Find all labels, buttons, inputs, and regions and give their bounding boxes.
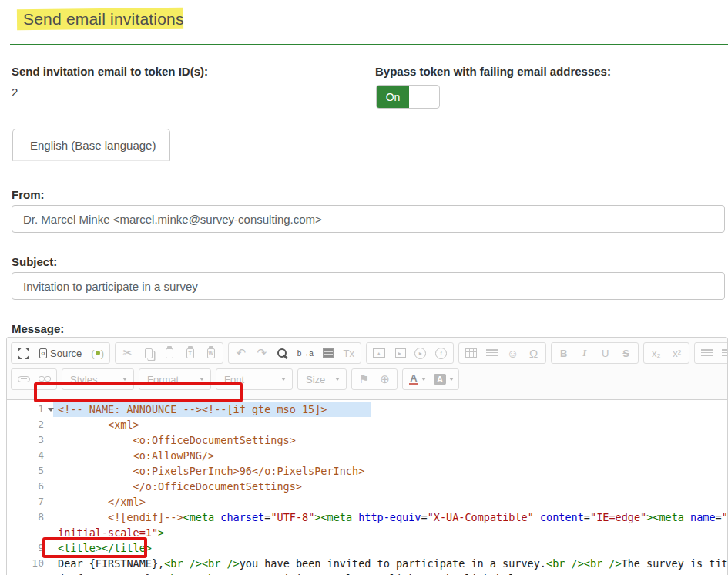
size-dropdown-label: Size xyxy=(306,374,325,385)
broken-chain-glyph xyxy=(39,376,51,382)
italic-button[interactable]: I xyxy=(574,344,595,362)
source-code-area[interactable]: 1<!-- NAME: ANNOUNCE --><!--[if gte mso … xyxy=(7,400,727,575)
font-dropdown[interactable]: Font xyxy=(216,368,293,390)
redo-icon[interactable]: ↷ xyxy=(251,344,272,362)
smiley-icon[interactable]: ☺ xyxy=(502,344,523,362)
editor-toolbar: ‹›Source()✂TW↶↷b→aTx▲▸▸f☺ΩBIUSx₂x² Style… xyxy=(7,338,727,400)
chain-glyph xyxy=(18,376,30,382)
find-icon[interactable] xyxy=(272,344,293,362)
table-icon[interactable] xyxy=(461,344,481,362)
paste-word-icon[interactable]: W xyxy=(200,344,221,362)
film-glyph: ▸ xyxy=(394,348,406,358)
toggle-on-segment[interactable]: On xyxy=(377,86,409,108)
message-label: Message: xyxy=(12,322,64,335)
styles-dropdown[interactable]: Styles xyxy=(62,368,134,390)
caret-down-icon xyxy=(449,378,454,381)
line-number: 8 xyxy=(7,509,44,525)
language-icon[interactable]: ⊕ xyxy=(374,370,395,388)
image-glyph: ▲ xyxy=(373,348,385,358)
code-line[interactable]: 3 <o:OfficeDocumentSettings> xyxy=(7,432,727,448)
flash-icon[interactable]: ▸ xyxy=(389,344,410,362)
strike-button[interactable]: S xyxy=(616,344,636,362)
code-line[interactable]: 5 <o:PixelsPerInch>96</o:PixelsPerInch> xyxy=(7,463,727,479)
line-number: 10 xyxy=(7,556,44,571)
code-line[interactable]: 4 <o:AllowPNG/> xyxy=(7,448,727,463)
caret-down-icon xyxy=(335,378,340,381)
superscript-button[interactable]: x² xyxy=(666,344,687,362)
copy-icon[interactable] xyxy=(138,344,159,362)
embed-media-icon[interactable]: ▸ xyxy=(410,344,431,362)
paste-word-icon-glyph: W xyxy=(207,348,215,358)
from-input[interactable] xyxy=(12,205,725,233)
horizontal-rule-icon[interactable] xyxy=(481,344,502,362)
line-number: 3 xyxy=(7,432,44,448)
table-glyph xyxy=(465,348,477,358)
format-dropdown-label: Format xyxy=(147,374,179,385)
link-icon[interactable] xyxy=(13,370,34,388)
toolbar-group xyxy=(694,342,728,364)
toolbar-group: ↶↷b→aTx xyxy=(228,342,361,364)
tab-label: English (Base language) xyxy=(30,139,156,152)
toolbar-group: ▲▸▸f xyxy=(366,342,454,364)
tab-english-base-language[interactable]: English (Base language) xyxy=(12,129,170,161)
bulleted-list-icon[interactable] xyxy=(717,344,728,362)
code-text: <xml> xyxy=(58,417,139,432)
maximize-icon[interactable] xyxy=(13,344,34,362)
code-line[interactable]: 10Dear {FIRSTNAME},<br /><br />you have … xyxy=(7,556,727,571)
image-icon[interactable]: ▲ xyxy=(368,344,389,362)
code-text: d "{SURVEYNAME}".<br /><br />To particip… xyxy=(58,571,534,575)
source-button[interactable]: ‹›Source xyxy=(34,344,87,362)
iframe-icon[interactable]: f xyxy=(431,344,451,362)
subject-input[interactable] xyxy=(12,272,725,300)
paste-icon[interactable] xyxy=(159,344,179,362)
code-line[interactable]: 9<title></title> xyxy=(7,540,727,556)
toolbar-group: x₂x² xyxy=(643,342,689,364)
header-divider xyxy=(10,44,728,45)
code-line[interactable]: 1<!-- NAME: ANNOUNCE --><!--[if gte mso … xyxy=(7,402,727,417)
special-char-icon[interactable]: Ω xyxy=(523,344,544,362)
code-text: initial-scale=1"> xyxy=(58,525,164,540)
token-ids-label: Send invitation email to token ID(s): xyxy=(12,65,208,78)
source-page-icon: ‹› xyxy=(39,348,47,358)
remove-format-icon[interactable]: Tx xyxy=(338,344,359,362)
size-dropdown[interactable]: Size xyxy=(297,368,347,390)
line-number: 9 xyxy=(7,540,44,556)
select-all-icon[interactable] xyxy=(317,344,338,362)
code-text: <o:PixelsPerInch>96</o:PixelsPerInch> xyxy=(58,463,364,479)
templates-icon[interactable]: () xyxy=(87,344,108,362)
code-line[interactable]: 8 <![endif]--><meta charset="UTF-8"><met… xyxy=(7,509,727,525)
circle-glyph: ▸ xyxy=(414,348,426,359)
format-dropdown[interactable]: Format xyxy=(139,368,211,390)
flag-icon[interactable]: ⚑ xyxy=(354,370,374,388)
toolbar-group: ☺Ω xyxy=(458,342,546,364)
bg-color-button[interactable]: A xyxy=(431,370,457,388)
toolbar-group: ⚑⊕ xyxy=(351,368,398,390)
paste-text-icon[interactable]: T xyxy=(179,344,200,362)
text-color-button[interactable]: A xyxy=(404,370,431,388)
bypass-toggle[interactable]: On xyxy=(376,85,440,109)
code-line[interactable]: initial-scale=1"> xyxy=(7,525,727,540)
bold-button[interactable]: B xyxy=(553,344,574,362)
bypass-label: Bypass token with failing email addresse… xyxy=(375,65,611,78)
code-line[interactable]: d "{SURVEYNAME}".<br /><br />To particip… xyxy=(7,571,727,575)
message-editor: ‹›Source()✂TW↶↷b→aTx▲▸▸f☺ΩBIUSx₂x² Style… xyxy=(6,337,728,575)
line-number: 7 xyxy=(7,494,44,509)
replace-icon[interactable]: b→a xyxy=(293,344,317,362)
underline-button[interactable]: U xyxy=(595,344,616,362)
lines-glyph xyxy=(486,349,498,358)
line-number: 2 xyxy=(7,417,44,432)
fold-arrow-icon[interactable] xyxy=(48,408,54,412)
code-line[interactable]: 2 <xml> xyxy=(7,417,727,432)
undo-icon[interactable]: ↶ xyxy=(230,344,251,362)
numbered-list-icon[interactable] xyxy=(696,344,717,362)
select-all-glyph xyxy=(323,348,334,358)
code-line[interactable]: 6 </o:OfficeDocumentSettings> xyxy=(7,479,727,494)
subscript-button[interactable]: x₂ xyxy=(646,344,666,362)
copy-icon-glyph xyxy=(145,348,153,358)
unlink-icon[interactable] xyxy=(34,370,55,388)
code-text: <![endif]--><meta charset="UTF-8"><meta … xyxy=(58,509,728,525)
source-button-label: Source xyxy=(50,348,82,359)
code-line[interactable]: 7 </xml> xyxy=(7,494,727,509)
text-color-glyph: A xyxy=(409,373,418,385)
cut-icon[interactable]: ✂ xyxy=(117,344,138,362)
